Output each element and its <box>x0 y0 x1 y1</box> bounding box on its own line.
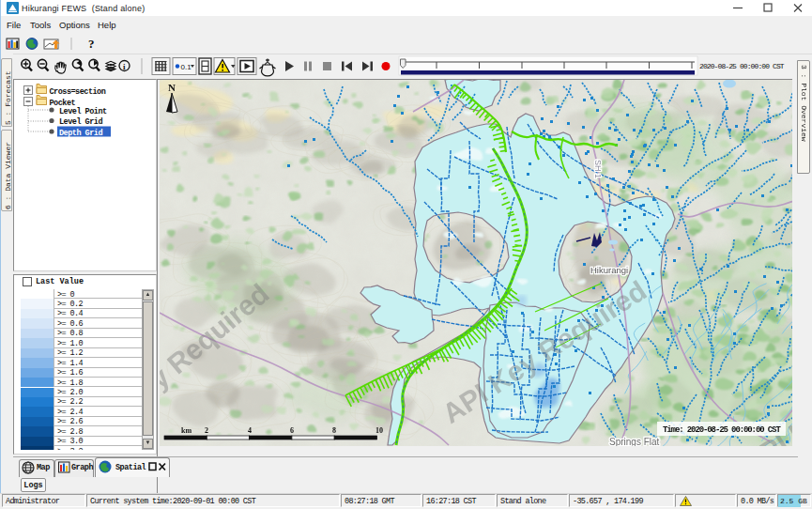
svg-text:Cross=section: Cross=section <box>50 87 106 97</box>
svg-text:N: N <box>168 82 176 93</box>
svg-text:SH 1: SH 1 <box>593 160 603 178</box>
svg-text:?: ? <box>88 37 95 51</box>
svg-text:km: km <box>181 426 192 435</box>
svg-text:2020-08-25 00:00:00 CST: 2020-08-25 00:00:00 CST <box>699 62 785 70</box>
svg-text:4: 4 <box>248 426 252 435</box>
svg-text:10: 10 <box>375 426 383 435</box>
svg-text:2: 2 <box>205 426 208 435</box>
svg-text:Time: 2020-08-25 00:00:00 CST: Time: 2020-08-25 00:00:00 CST <box>663 425 781 435</box>
svg-text:Level Grid: Level Grid <box>59 117 102 127</box>
svg-text:Depth Grid: Depth Grid <box>59 129 102 138</box>
svg-text:Hikurangi: Hikurangi <box>590 265 628 275</box>
svg-text:0.1: 0.1 <box>181 63 192 71</box>
svg-text:Springs Flat: Springs Flat <box>609 437 660 446</box>
svg-text:Level Point: Level Point <box>59 107 107 116</box>
svg-text:8: 8 <box>332 426 336 435</box>
svg-text:6: 6 <box>290 426 294 435</box>
svg-text:i: i <box>123 62 126 71</box>
